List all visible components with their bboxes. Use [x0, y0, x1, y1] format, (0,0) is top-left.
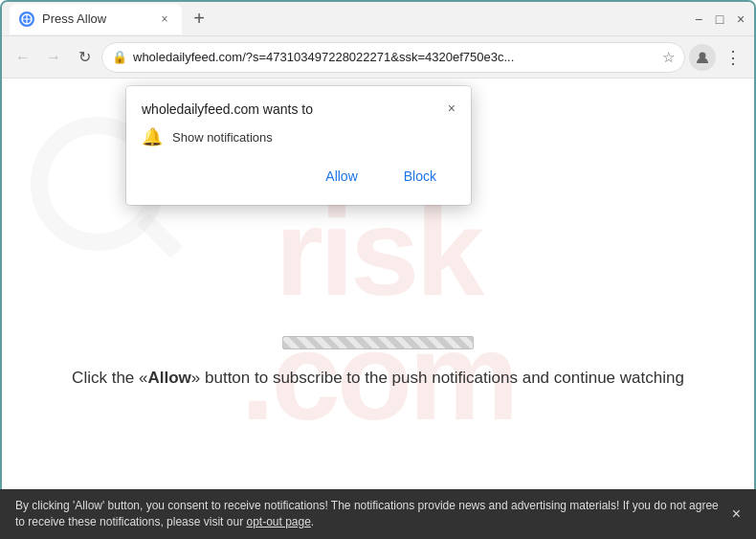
opt-out-link[interactable]: opt-out page: [246, 515, 310, 528]
omnibar: ← → ↻ 🔒 wholedailyfeed.com/?s=4731034972…: [2, 36, 754, 79]
progress-area: Click the «Allow» button to subscribe to…: [72, 336, 684, 388]
click-text-after: » button to subscribe to the push notifi…: [191, 369, 684, 387]
page-content: 🔍 ff risk .com wholedailyfeed.com wants …: [2, 79, 754, 491]
block-button[interactable]: Block: [385, 163, 456, 190]
notification-popup: wholedailyfeed.com wants to × 🔔 Show not…: [126, 86, 471, 205]
click-instruction-text: Click the «Allow» button to subscribe to…: [72, 369, 684, 388]
tab-title: Press Allow: [42, 11, 149, 26]
titlebar: Press Allow × + − □ ×: [2, 2, 754, 36]
browser-tab[interactable]: Press Allow ×: [10, 4, 182, 34]
bell-icon: 🔔: [142, 126, 163, 147]
minimize-button[interactable]: −: [693, 13, 704, 25]
popup-header: wholedailyfeed.com wants to ×: [142, 101, 456, 117]
forward-button[interactable]: →: [40, 44, 67, 71]
popup-title: wholedailyfeed.com wants to: [142, 101, 313, 117]
progress-bar: [282, 336, 474, 349]
new-tab-button[interactable]: +: [186, 6, 212, 33]
window-controls: − □ ×: [693, 13, 746, 25]
bottom-close-button[interactable]: ×: [732, 505, 741, 523]
click-text-allow: Allow: [147, 369, 190, 387]
click-text-before: Click the «: [72, 369, 147, 387]
watermark-risk: risk: [275, 190, 480, 314]
back-button[interactable]: ←: [10, 44, 36, 71]
bottom-message-text: By clicking 'Allow' button, you consent …: [15, 499, 719, 528]
tab-favicon: [19, 11, 34, 27]
window-close-button[interactable]: ×: [735, 13, 746, 25]
bottom-message: By clicking 'Allow' button, you consent …: [15, 498, 724, 530]
popup-notification-row: 🔔 Show notifications: [142, 126, 456, 147]
allow-button[interactable]: Allow: [306, 163, 376, 190]
browser-menu-button[interactable]: ⋮: [720, 44, 746, 71]
tab-close-button[interactable]: ×: [157, 11, 172, 27]
reload-button[interactable]: ↻: [71, 44, 98, 71]
maximize-button[interactable]: □: [714, 13, 725, 25]
lock-icon: 🔒: [112, 50, 127, 64]
popup-buttons: Allow Block: [142, 163, 456, 190]
bottom-notification-bar: By clicking 'Allow' button, you consent …: [0, 489, 756, 539]
bottom-message-suffix: .: [311, 515, 314, 528]
notification-label: Show notifications: [172, 130, 273, 145]
popup-close-button[interactable]: ×: [448, 101, 456, 115]
url-bar[interactable]: 🔒 wholedailyfeed.com/?s=4731034972280222…: [101, 42, 685, 73]
bookmark-icon[interactable]: ☆: [662, 49, 675, 66]
magnify-handle-watermark: [137, 213, 183, 258]
profile-button[interactable]: [689, 44, 716, 71]
url-text: wholedailyfeed.com/?s=473103497228022271…: [133, 50, 656, 64]
